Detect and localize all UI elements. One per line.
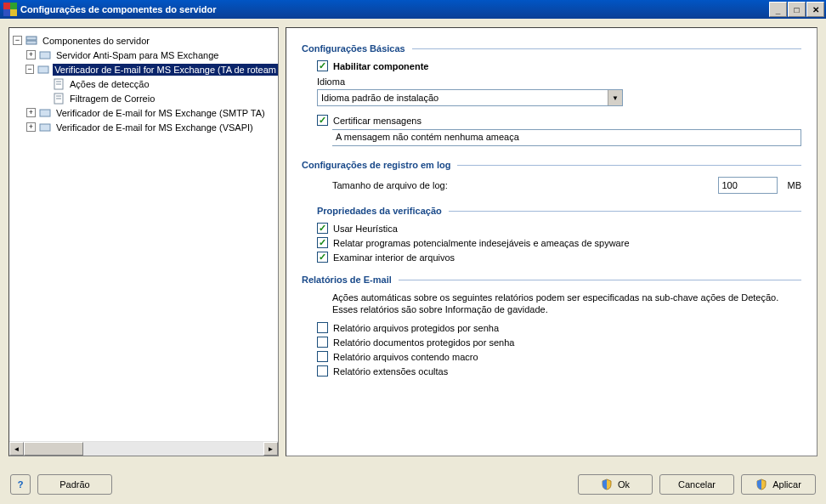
certify-checkbox[interactable] [317,115,328,126]
tree-item[interactable]: + Verificador de E-mail for MS Exchange … [13,120,278,134]
svg-rect-11 [40,124,50,131]
report1-label: Relatório arquivos protegidos por senha [333,323,499,333]
tree-item-label: Ações de detecção [68,78,151,90]
svg-rect-3 [38,66,48,73]
heuristics-row: Usar Heurística [317,223,801,234]
report2-row: Relatório documentos protegidos por senh… [317,337,801,348]
component-icon [38,107,52,119]
log-size-row: Tamanho de arquivo de log: 100 MB [332,177,801,194]
blank-icon [40,79,49,88]
dropdown-icon[interactable]: ▼ [608,90,622,105]
expand-icon[interactable]: + [26,122,36,132]
heuristics-label: Usar Heurística [333,224,398,234]
section-logging-title: Configurações de registro em log [302,160,801,170]
scroll-track[interactable] [24,442,263,456]
log-size-label: Tamanho de arquivo de log: [332,180,448,190]
reports-description: Ações automáticas sobre os seguintes rel… [332,292,801,315]
component-icon [38,122,52,133]
default-button-label: Padrão [59,479,89,490]
blank-icon [40,93,49,103]
pup-row: Relatar programas potencialmente indesej… [317,237,801,248]
expand-icon[interactable]: + [26,50,36,59]
maximize-button[interactable]: □ [788,2,806,17]
certify-row: Certificar mensagens [317,115,801,126]
default-button[interactable]: Padrão [37,474,112,495]
enable-checkbox[interactable] [317,60,328,71]
scroll-right-icon[interactable]: ► [263,442,278,456]
close-button[interactable]: ✕ [806,2,824,17]
apply-button-label: Aplicar [772,479,801,490]
tree-item-selected[interactable]: − Verificador de E-mail for MS Exchange … [13,62,278,76]
expand-icon[interactable]: + [26,108,36,117]
svg-rect-10 [40,110,50,116]
report1-checkbox[interactable] [317,322,328,333]
section-scan-title: Propriedades da verificação [317,206,801,216]
ok-button-label: Ok [618,479,630,490]
collapse-icon[interactable]: − [25,65,34,74]
archives-label: Examinar interior de arquivos [333,252,455,263]
shield-icon [601,479,613,490]
shield-icon [755,479,767,490]
svg-rect-1 [26,41,37,44]
report2-checkbox[interactable] [317,337,328,348]
report2-label: Relatório documentos protegidos por senh… [333,337,514,348]
apply-button[interactable]: Aplicar [741,474,816,495]
language-value: Idioma padrão de instalação [318,93,608,103]
tree-item[interactable]: + Verificador de E-mail for MS Exchange … [13,105,278,120]
enable-label: Habilitar componente [333,61,428,71]
log-size-input[interactable]: 100 [718,177,778,194]
log-size-value: 100 [722,180,738,190]
report4-checkbox[interactable] [317,365,328,377]
enable-row: Habilitar componente [317,60,801,71]
collapse-icon[interactable]: − [13,36,22,45]
page-icon [52,93,65,105]
archives-row: Examinar interior de arquivos [317,252,801,263]
archives-checkbox[interactable] [317,252,328,263]
language-label: Idioma [317,76,801,87]
cancel-button[interactable]: Cancelar [659,474,734,495]
window-title: Configurações de componentes do servidor [20,4,769,14]
report3-checkbox[interactable] [317,351,328,362]
tree-item-label: Verificador de E-mail for MS Exchange (S… [54,107,267,119]
tree-item[interactable]: + Servidor Anti-Spam para MS Exchange [13,48,278,62]
certify-text-input[interactable]: A mensagem não contém nenhuma ameaça [332,129,801,146]
help-button[interactable]: ? [10,474,31,495]
titlebar: Configurações de componentes do servidor… [0,0,826,19]
section-basic-title: Configurações Básicas [302,43,801,54]
scroll-left-icon[interactable]: ◄ [9,442,24,456]
tree-root[interactable]: − Componentes do servidor [13,33,278,48]
svg-rect-0 [26,37,37,40]
app-icon [3,3,17,16]
report1-row: Relatório arquivos protegidos por senha [317,322,801,333]
certify-text-value: A mensagem não contém nenhuma ameaça [336,132,519,142]
tree-item-child[interactable]: Ações de detecção [13,76,278,91]
report4-row: Relatório extensões ocultas [317,365,801,377]
scroll-thumb[interactable] [24,442,83,456]
ok-button[interactable]: Ok [578,474,653,495]
report4-label: Relatório extensões ocultas [333,366,448,377]
tree-item-label: Verificador de E-mail for MS Exchange (V… [54,122,255,133]
report3-label: Relatório arquivos contendo macro [333,352,478,362]
tree-view[interactable]: − Componentes do servidor + Servidor Ant… [9,28,278,441]
language-select[interactable]: Idioma padrão de instalação ▼ [317,89,623,106]
report3-row: Relatório arquivos contendo macro [317,351,801,362]
minimize-button[interactable]: _ [769,2,787,17]
server-icon [25,35,38,47]
window-controls: _ □ ✕ [769,2,824,17]
certify-label: Certificar mensagens [333,116,421,126]
cancel-button-label: Cancelar [678,479,716,490]
section-reports-title: Relatórios de E-mail [302,275,801,285]
log-size-unit: MB [788,180,802,190]
settings-panel: Configurações Básicas Habilitar componen… [286,27,818,456]
horizontal-scrollbar[interactable]: ◄ ► [9,441,278,456]
tree-item-child[interactable]: Filtragem de Correio [13,91,278,105]
pup-checkbox[interactable] [317,237,328,248]
footer: ? Padrão Ok Cancelar Aplicar [0,465,826,504]
page-icon [52,78,65,90]
help-icon: ? [18,479,24,490]
content-area: − Componentes do servidor + Servidor Ant… [0,19,826,465]
svg-rect-2 [40,52,50,59]
tree-item-label: Servidor Anti-Spam para MS Exchange [54,49,220,61]
tree-panel: − Componentes do servidor + Servidor Ant… [8,27,279,456]
heuristics-checkbox[interactable] [317,223,328,234]
